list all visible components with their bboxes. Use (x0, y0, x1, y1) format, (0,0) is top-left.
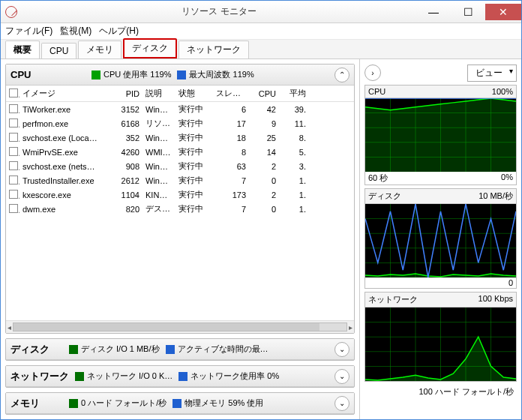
table-row[interactable]: TrustedInstaller.exe2612Win…実行中701. (6, 173, 354, 188)
cell-desc: デス… (142, 203, 176, 214)
cell-pid: 1104 (110, 190, 142, 200)
cell-avg: 11. (279, 119, 309, 128)
cpu-maxfreq-metric: 最大周波数 119% (177, 69, 254, 80)
chart-max: 100 Kbps (478, 294, 513, 305)
nav-button[interactable]: › (364, 64, 381, 81)
expand-icon[interactable]: ⌄ (334, 342, 350, 357)
cell-cpu: 2 (249, 190, 279, 200)
cell-pid: 4260 (110, 148, 142, 157)
tabs: 概要 CPU メモリ ディスク ネットワーク (1, 40, 521, 59)
cell-threads: 6 (213, 105, 249, 114)
col-pid[interactable]: PID (110, 89, 142, 98)
cell-threads: 8 (213, 148, 249, 157)
cell-image: perfmon.exe (20, 119, 110, 128)
blue-square-icon (178, 372, 188, 381)
cell-image: dwm.exe (20, 205, 110, 214)
cell-avg: 8. (279, 134, 309, 142)
cell-pid: 352 (110, 134, 142, 142)
row-checkbox[interactable] (9, 147, 18, 156)
expand-icon[interactable]: ⌄ (334, 369, 350, 384)
row-checkbox[interactable] (9, 204, 18, 213)
table-row[interactable]: svchost.exe (nets…908Win…実行中6323. (6, 159, 354, 173)
checkbox-all[interactable] (9, 88, 18, 98)
tab-network[interactable]: ネットワーク (178, 40, 249, 58)
tab-disk[interactable]: ディスク (123, 38, 177, 58)
table-row[interactable]: dwm.exe820デス…実行中701. (6, 202, 354, 216)
row-checkbox[interactable] (9, 104, 18, 113)
right-toolbar: › ビュー (364, 64, 517, 82)
cell-image: svchost.exe (nets… (20, 162, 110, 171)
maximize-button[interactable]: ☐ (451, 4, 485, 20)
row-checkbox[interactable] (9, 161, 18, 170)
network-panel-header[interactable]: ネットワーク ネットワーク I/O 0 K… ネットワーク使用率 0% ⌄ (6, 366, 354, 387)
table-row[interactable]: WmiPrvSE.exe4260WMI…実行中8145. (6, 145, 354, 159)
col-threads[interactable]: スレッド (213, 88, 249, 99)
row-checkbox[interactable] (9, 133, 18, 142)
disk-panel-header[interactable]: ディスク ディスク I/O 1 MB/秒 アクティブな時間の最… ⌄ (6, 339, 354, 360)
menu-file[interactable]: ファイル(F) (5, 25, 52, 38)
cell-cpu: 42 (249, 105, 279, 114)
chart-block: ディスク10 MB/秒0 (364, 188, 517, 289)
green-square-icon (69, 399, 78, 408)
expand-icon[interactable]: ⌄ (334, 396, 350, 411)
menu-help[interactable]: ヘルプ(H) (99, 25, 139, 38)
memory-panel-title: メモリ (10, 397, 63, 410)
cpu-usage-metric: CPU 使用率 119% (92, 69, 171, 80)
cell-pid: 820 (110, 205, 142, 214)
cell-threads: 17 (213, 119, 249, 128)
table-row[interactable]: perfmon.exe6168リソ…実行中17911. (6, 116, 354, 130)
charts-container: CPU100%60 秒0%ディスク10 MB/秒0ネットワーク100 Kbps (364, 85, 517, 382)
cell-cpu: 25 (249, 134, 279, 142)
collapse-icon[interactable]: ⌃ (334, 68, 350, 82)
menu-monitor[interactable]: 監視(M) (60, 25, 92, 38)
cell-cpu: 0 (249, 176, 279, 185)
titlebar[interactable]: リソース モニター ― ☐ ✕ (1, 1, 521, 23)
cell-pid: 2612 (110, 176, 142, 185)
col-status[interactable]: 状態 (176, 88, 213, 99)
cell-status: 実行中 (176, 175, 213, 186)
cell-status: 実行中 (176, 203, 213, 214)
cell-avg: 39. (279, 105, 309, 114)
cell-status: 実行中 (176, 160, 213, 172)
process-table-body[interactable]: TiWorker.exe3152Win…実行中64239.perfmon.exe… (6, 102, 354, 320)
chart-foot-right: 0% (501, 172, 513, 184)
cell-desc: Win… (142, 105, 176, 114)
row-checkbox[interactable] (9, 176, 18, 184)
cell-image: svchost.exe (Loca… (20, 134, 110, 142)
cell-threads: 7 (213, 176, 249, 185)
memory-phys-metric: 物理メモリ 59% 使用 (172, 398, 263, 409)
cpu-panel-title: CPU (10, 69, 86, 80)
table-row[interactable]: svchost.exe (Loca…352Win…実行中18258. (6, 130, 354, 145)
cell-status: 実行中 (176, 189, 213, 200)
col-desc[interactable]: 説明 (142, 88, 176, 99)
cpu-panel-header[interactable]: CPU CPU 使用率 119% 最大周波数 119% ⌃ (6, 64, 354, 86)
horizontal-scrollbar[interactable]: ◂▸ (6, 320, 354, 333)
menubar: ファイル(F) 監視(M) ヘルプ(H) (1, 23, 521, 40)
row-checkbox[interactable] (9, 118, 18, 128)
network-usage-metric: ネットワーク使用率 0% (178, 370, 279, 382)
tab-cpu[interactable]: CPU (41, 43, 76, 58)
chart-block: ネットワーク100 Kbps (364, 292, 517, 382)
close-button[interactable]: ✕ (485, 4, 521, 20)
col-image[interactable]: イメージ (20, 88, 110, 99)
col-avg[interactable]: 平均 (279, 88, 309, 99)
table-row[interactable]: TiWorker.exe3152Win…実行中64239. (6, 102, 354, 116)
view-select[interactable]: ビュー (467, 64, 517, 82)
minimize-button[interactable]: ― (416, 4, 451, 20)
blue-square-icon (172, 399, 182, 408)
table-row[interactable]: kxescore.exe1104KIN…実行中17321. (6, 188, 354, 202)
cell-avg: 3. (279, 162, 309, 171)
tab-memory[interactable]: メモリ (78, 40, 122, 58)
green-square-icon (69, 345, 78, 354)
blue-square-icon (177, 70, 186, 80)
col-cpu[interactable]: CPU (249, 89, 279, 98)
cell-pid: 908 (110, 162, 142, 171)
process-table-header[interactable]: イメージ PID 説明 状態 スレッド CPU 平均 (6, 86, 354, 102)
chart-block: CPU100%60 秒0% (364, 85, 517, 185)
tab-overview[interactable]: 概要 (5, 40, 40, 58)
cell-avg: 1. (279, 176, 309, 185)
chart-canvas (365, 204, 516, 278)
green-square-icon (75, 372, 84, 381)
row-checkbox[interactable] (9, 190, 18, 199)
memory-panel-header[interactable]: メモリ 0 ハード フォールト/秒 物理メモリ 59% 使用 ⌄ (6, 393, 354, 414)
